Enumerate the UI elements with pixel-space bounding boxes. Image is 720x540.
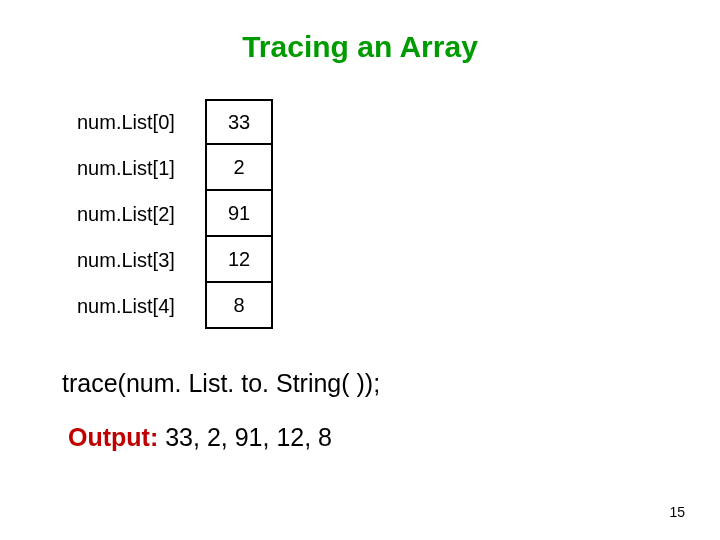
page-number: 15 bbox=[669, 504, 685, 520]
array-row: num.List[1] 2 bbox=[75, 145, 720, 191]
array-cell: 2 bbox=[205, 145, 273, 191]
array-cell: 91 bbox=[205, 191, 273, 237]
output-line: Output: 33, 2, 91, 12, 8 bbox=[68, 423, 720, 452]
array-label: num.List[4] bbox=[75, 295, 195, 318]
array-row: num.List[2] 91 bbox=[75, 191, 720, 237]
array-label: num.List[0] bbox=[75, 111, 195, 134]
array-label: num.List[2] bbox=[75, 203, 195, 226]
array-label: num.List[1] bbox=[75, 157, 195, 180]
array-cell: 12 bbox=[205, 237, 273, 283]
array-row: num.List[3] 12 bbox=[75, 237, 720, 283]
output-values: 33, 2, 91, 12, 8 bbox=[165, 423, 332, 451]
slide-title: Tracing an Array bbox=[0, 30, 720, 64]
array-row: num.List[0] 33 bbox=[75, 99, 720, 145]
array-row: num.List[4] 8 bbox=[75, 283, 720, 329]
array-cell: 8 bbox=[205, 283, 273, 329]
array-cell: 33 bbox=[205, 99, 273, 145]
output-label: Output: bbox=[68, 423, 165, 451]
array-table: num.List[0] 33 num.List[1] 2 num.List[2]… bbox=[75, 99, 720, 329]
code-line: trace(num. List. to. String( )); bbox=[62, 369, 720, 398]
array-label: num.List[3] bbox=[75, 249, 195, 272]
